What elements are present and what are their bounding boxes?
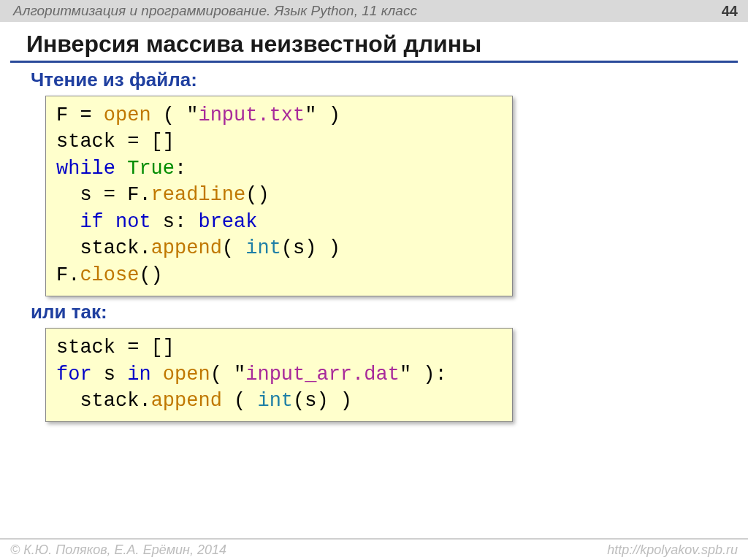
fn-open: open [104,104,151,126]
slide-footer: © К.Ю. Поляков, Е.А. Ерёмин, 2014 http:/… [0,538,748,560]
title-rule [10,61,738,63]
string-literal-2: input_arr.dat [245,364,400,386]
footer-copyright: © К.Ю. Поляков, Е.А. Ерёмин, 2014 [10,542,226,558]
fn-close: close [80,264,139,286]
fn-open-2: open [163,364,210,386]
kw-not: not [115,211,151,233]
fn-append-1: append [151,237,222,259]
footer-url: http://kpolyakov.spb.ru [607,542,738,558]
fn-readline: readline [151,184,246,206]
string-literal-1: input.txt [198,104,305,126]
section-heading-1: Чтение из файла: [31,69,748,91]
kw-while: while [56,158,115,180]
ty-int-1: int [245,237,281,259]
section-heading-2: или так: [31,301,748,323]
kw-true: True [127,158,175,180]
kw-break: break [198,211,257,233]
course-title: Алгоритмизация и программирование. Язык … [13,3,417,19]
fn-append-2: append [151,390,222,412]
slide-header: Алгоритмизация и программирование. Язык … [0,0,748,22]
kw-for: for [56,364,92,386]
page-number: 44 [722,3,738,20]
kw-in: in [127,364,150,386]
code-block-2: stack = [] for s in open( "input_arr.dat… [45,328,513,422]
code-block-1: F = open ( "input.txt" ) stack = [] whil… [45,96,513,296]
kw-if: if [80,211,103,233]
ty-int-2: int [257,390,293,412]
slide-title: Инверсия массива неизвестной длины [26,31,748,58]
